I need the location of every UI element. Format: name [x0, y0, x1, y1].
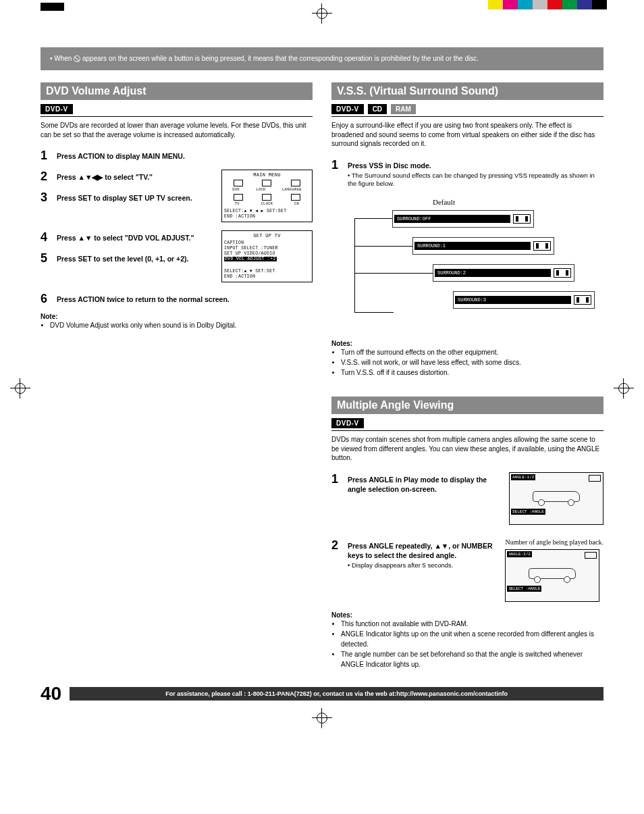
notes-list: Turn off the surround effects on the oth… — [331, 347, 603, 378]
setup-tv-osd: SET UP TV CAPTION INPUT SELECT :TUNER SE… — [221, 230, 313, 283]
step-number: 2 — [331, 538, 342, 553]
note-item: DVD Volume Adjust works only when sound … — [50, 320, 313, 330]
angle-figure-2: ANGLE:2/2 SELECT :ANGLE — [505, 549, 599, 602]
surround-cycle-diagram: Default SURROUND:OFF SURROUND:1 SURROUND… — [392, 198, 603, 333]
osd-footer1: SELECT:▲ ▼ SET:SET — [224, 269, 310, 274]
surround-mode-box: SURROUND:3 — [453, 291, 595, 309]
angle-intro: DVDs may contain scenes shot from multip… — [331, 435, 603, 463]
disc-badges-row: DVD-V CD RAM — [331, 104, 603, 117]
note-item: Turn V.S.S. off if it causes distortion. — [341, 367, 603, 378]
vss-heading: V.S.S. (Virtual Surround Sound) — [331, 82, 603, 100]
step-number: 6 — [41, 292, 51, 306]
step-text: Press SET to display SET UP TV screen. — [57, 190, 216, 203]
step-2: 2 Press ▲▼◀▶ to select "TV." — [41, 170, 216, 184]
step-5: 5 Press SET to set the level (0, +1, or … — [41, 251, 216, 265]
car-illustration — [533, 488, 580, 506]
note-heading: Note: — [41, 313, 313, 320]
dvd-v-badge: DVD-V — [331, 104, 364, 114]
note-item: The angle number can be set beforehand s… — [341, 649, 603, 669]
note-item: V.S.S. will not work, or will have less … — [341, 357, 603, 367]
color-bar — [488, 0, 607, 9]
crosshair-icon — [614, 378, 634, 399]
step-text: Press VSS in Disc mode. • The Surround s… — [348, 158, 603, 189]
osd-title: MAIN MENU — [224, 172, 310, 178]
osd-footer1: SELECT:▲ ▼ ◀ ▶ SET:SET — [224, 209, 310, 214]
speaker-icon — [513, 214, 531, 224]
note-item: Turn off the surround effects on the oth… — [341, 347, 603, 357]
step-number: 1 — [331, 472, 342, 486]
dvd-v-badge: DVD-V — [41, 104, 73, 114]
default-label: Default — [433, 198, 455, 206]
step-number: 2 — [41, 170, 51, 184]
angle-indicator: ANGLE:1/2 — [511, 474, 535, 480]
angle-step-1: 1 Press ANGLE in Play mode to display th… — [331, 472, 502, 494]
angle-indicator: ANGLE:2/2 — [507, 551, 531, 557]
step-number: 3 — [41, 190, 51, 205]
note-item: This function not available with DVD-RAM… — [341, 619, 603, 629]
notes-heading: Notes: — [331, 611, 603, 619]
speaker-icon — [574, 295, 591, 305]
step-number: 1 — [331, 158, 342, 172]
disc-badges-row: DVD-V — [331, 418, 603, 431]
dvd-volume-intro: Some DVDs are recorded at lower than ave… — [41, 121, 313, 139]
step-number: 1 — [41, 149, 51, 163]
crosshair-icon — [312, 708, 332, 728]
disc-badges-row: DVD-V — [41, 104, 313, 117]
speaker-icon — [554, 268, 571, 278]
step-text: Press ACTION twice to return to the norm… — [57, 292, 313, 304]
step-6: 6 Press ACTION twice to return to the no… — [41, 292, 313, 306]
car-illustration — [529, 565, 576, 583]
step-3: 3 Press SET to display SET UP TV screen. — [41, 190, 216, 205]
osd-footer2: END :ACTION — [224, 274, 310, 280]
page-footer: 40 For assistance, please call : 1-800-2… — [41, 683, 603, 705]
surround-mode-box: SURROUND:2 — [433, 264, 574, 282]
notes-list: DVD Volume Adjust works only when sound … — [41, 320, 313, 330]
angle-step-2: 2 Press ANGLE repeatedly, ▲▼, or NUMBER … — [331, 538, 498, 570]
osd-highlight: DVD VOL ADJUST :+2 — [224, 257, 277, 261]
vss-step-1: 1 Press VSS in Disc mode. • The Surround… — [331, 158, 603, 189]
step-text: Press SET to set the level (0, +1, or +2… — [57, 251, 216, 263]
crosshair-icon — [10, 378, 30, 399]
note-item: ANGLE Indicator lights up on the unit wh… — [341, 629, 603, 649]
notes-heading: Notes: — [331, 340, 603, 347]
notes-list: This function not available with DVD-RAM… — [331, 619, 603, 669]
prohibition-note-banner: • When appears on the screen while a but… — [41, 47, 603, 70]
angle-fig2-caption: Number of angle being played back. — [505, 538, 603, 546]
prohibit-icon — [74, 55, 80, 62]
step-text: Press ACTION to display MAIN MENU. — [57, 149, 313, 161]
surround-mode-box: SURROUND:OFF — [392, 210, 534, 228]
crosshair-icon — [312, 3, 332, 24]
play-icon — [589, 475, 601, 482]
cd-badge: CD — [368, 104, 387, 114]
right-column: V.S.S. (Virtual Surround Sound) DVD-V CD… — [331, 82, 603, 669]
select-label: SELECT :ANGLE — [507, 586, 541, 592]
step-4: 4 Press ▲▼ to select "DVD VOL ADJUST." — [41, 230, 216, 245]
banner-text: appears on the screen while a button is … — [82, 55, 479, 62]
left-column: DVD Volume Adjust DVD-V Some DVDs are re… — [41, 82, 313, 669]
assistance-bar: For assistance, please call : 1-800-211-… — [70, 687, 603, 701]
step-text: Press ANGLE in Play mode to display the … — [348, 472, 502, 494]
black-reg-rect — [41, 3, 64, 11]
play-icon — [585, 552, 597, 559]
vss-intro: Enjoy a surround-like effect if you are … — [331, 121, 603, 149]
dvd-volume-heading: DVD Volume Adjust — [41, 82, 313, 100]
step-1: 1 Press ACTION to display MAIN MENU. — [41, 149, 313, 163]
step-number: 4 — [41, 230, 51, 245]
surround-mode-box: SURROUND:1 — [412, 237, 554, 255]
dvd-v-badge: DVD-V — [331, 418, 364, 428]
ram-badge: RAM — [391, 104, 416, 114]
angle-heading: Multiple Angle Viewing — [331, 397, 603, 414]
step-text: Press ANGLE repeatedly, ▲▼, or NUMBER ke… — [348, 538, 498, 570]
page-number: 40 — [41, 683, 61, 705]
main-menu-osd: MAIN MENU DVDLOCKLANGUAGE TVCLOCKCH SELE… — [221, 170, 313, 222]
speaker-icon — [533, 241, 551, 251]
step-text: Press ▲▼ to select "DVD VOL ADJUST." — [57, 230, 216, 243]
step-text: Press ▲▼◀▶ to select "TV." — [57, 170, 216, 182]
osd-title: SET UP TV — [224, 233, 310, 239]
select-label: SELECT :ANGLE — [511, 509, 545, 515]
angle-figure-1: ANGLE:1/2 SELECT :ANGLE — [509, 472, 603, 525]
loop-lines — [354, 218, 394, 313]
step-number: 5 — [41, 251, 51, 265]
osd-footer2: END :ACTION — [224, 214, 310, 220]
